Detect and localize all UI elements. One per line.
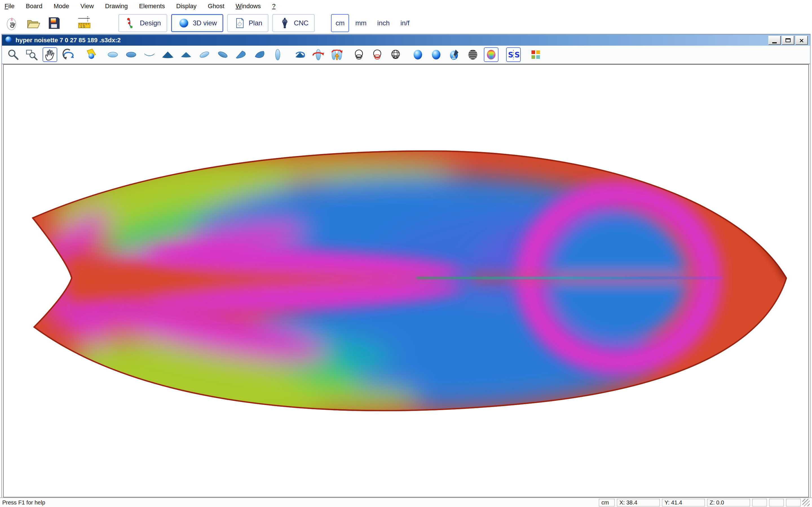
view-angled-top-button[interactable] <box>234 47 248 62</box>
plan-doc-icon <box>234 17 246 29</box>
status-cell-x: X: 38.4 <box>617 499 660 506</box>
symmetry-button[interactable]: SS <box>506 47 521 62</box>
view-perspective-bottom-icon <box>216 48 230 61</box>
unit-inch[interactable]: inch <box>373 14 394 32</box>
rotate-3d-button[interactable] <box>61 47 75 62</box>
menu-mode[interactable]: Mode <box>54 3 69 10</box>
rotate-3d-icon <box>61 48 75 61</box>
view-bottom-button[interactable] <box>124 47 139 62</box>
menu-ghost[interactable]: Ghost <box>208 3 224 10</box>
view-back-button[interactable] <box>179 47 193 62</box>
minimize-icon <box>772 42 777 43</box>
view-perspective-bottom-button[interactable] <box>215 47 230 62</box>
plan-mode-button[interactable]: Plan <box>227 14 268 32</box>
measure-button[interactable]: 1 0 <box>75 14 93 32</box>
status-cell-empty-5 <box>769 499 784 506</box>
new-board-icon <box>4 15 20 31</box>
menu-elements[interactable]: Elements <box>139 3 165 10</box>
menu-drawing[interactable]: Drawing <box>105 3 128 10</box>
view-rocker-button[interactable] <box>142 47 157 62</box>
wireframe-icon <box>352 48 366 61</box>
render-solid-icon <box>411 48 424 61</box>
open-folder-icon <box>25 15 41 31</box>
render-stripes-button[interactable] <box>465 47 480 62</box>
zoom-window-button[interactable] <box>24 47 39 62</box>
design-mode-button[interactable]: Design <box>118 14 167 32</box>
zoom-window-icon <box>25 48 38 61</box>
view-rocker-icon <box>143 48 156 61</box>
unit-mm[interactable]: mm <box>351 14 371 32</box>
render-canvas[interactable] <box>3 64 809 497</box>
render-smooth-button[interactable] <box>429 47 444 62</box>
status-cell-y: Y: 41.4 <box>662 499 705 506</box>
sphere-icon <box>4 35 13 44</box>
close-icon: × <box>799 37 804 44</box>
save-icon <box>46 15 62 31</box>
status-cell-z: Z: 0.0 <box>707 499 750 506</box>
flip-board-button[interactable] <box>329 47 344 62</box>
cnc-mode-button[interactable]: CNC <box>272 14 315 32</box>
symmetry-icon: SS <box>507 48 520 61</box>
save-button[interactable] <box>45 14 63 32</box>
render-curvature-icon <box>485 48 498 61</box>
board-3d-render <box>4 65 808 497</box>
menu-view[interactable]: View <box>80 3 94 10</box>
render-solid-button[interactable] <box>410 47 425 62</box>
zoom-icon <box>6 48 20 61</box>
view-toolbar: SS <box>2 46 810 64</box>
window-title-bar[interactable]: hyper noisette 7 0 27 85 189 .s3dx:2 × <box>2 34 810 46</box>
window-title: hyper noisette 7 0 27 85 189 .s3dx:2 <box>15 37 121 44</box>
status-bar: Press F1 for help cmX: 38.4Y: 41.4Z: 0.0 <box>0 497 812 507</box>
3d-view-mode-button[interactable]: 3D view <box>171 14 223 32</box>
mode-button-label: Plan <box>249 19 262 27</box>
wireframe-sections-button[interactable] <box>370 47 385 62</box>
view-angled-bottom-button[interactable] <box>252 47 267 62</box>
view-perspective-top-icon <box>198 48 211 61</box>
render-curvature-button[interactable] <box>484 47 499 62</box>
status-help-text: Press F1 for help <box>2 499 45 506</box>
close-button[interactable]: × <box>795 36 808 45</box>
measure-icon: 1 0 <box>76 15 93 31</box>
view-angled-top-icon <box>234 48 248 61</box>
view-top-button[interactable] <box>105 47 120 62</box>
auto-rotate-icon <box>293 48 307 61</box>
maximize-button[interactable] <box>782 36 794 45</box>
auto-rotate-button[interactable] <box>293 47 307 62</box>
menu-windows[interactable]: Windows <box>236 3 261 10</box>
view-outline-button[interactable] <box>270 47 285 62</box>
open-folder-button[interactable] <box>24 14 42 32</box>
mode-button-label: Design <box>140 19 161 27</box>
unit-cm[interactable]: cm <box>331 14 349 32</box>
view-angled-bottom-icon <box>253 48 266 61</box>
rotate-board-button[interactable] <box>311 47 326 62</box>
render-stripes-icon <box>466 48 479 61</box>
status-cell-empty-6 <box>786 499 801 506</box>
palette-icon <box>529 48 543 61</box>
flip-board-icon <box>330 48 343 61</box>
unit-in-f[interactable]: in/f <box>396 14 414 32</box>
view-top-icon <box>106 48 119 61</box>
view-front-button[interactable] <box>160 47 175 62</box>
zoom-button[interactable] <box>6 47 20 62</box>
resize-grip-icon[interactable] <box>802 499 810 506</box>
new-board-button[interactable] <box>3 14 21 32</box>
status-cell-empty-4 <box>752 499 767 506</box>
view-perspective-top-button[interactable] <box>197 47 212 62</box>
main-toolbar: 1 0 Design3D viewPlanCNC cmmminchin/f <box>0 12 812 34</box>
menu-help[interactable]: ? <box>272 3 275 10</box>
render-paint-button[interactable] <box>447 47 462 62</box>
menu-file[interactable]: File <box>4 3 14 10</box>
cnc-bit-icon <box>278 17 291 29</box>
wireframe-button[interactable] <box>352 47 366 62</box>
mesh-button[interactable] <box>388 47 403 62</box>
palette-button[interactable] <box>528 47 543 62</box>
menu-bar: FileBoardModeViewDrawingElementsDisplayG… <box>0 0 812 12</box>
menu-board[interactable]: Board <box>26 3 42 10</box>
unit-selector: cmmminchin/f <box>331 14 414 32</box>
minimize-button[interactable] <box>768 36 781 45</box>
light-icon <box>84 48 97 61</box>
wireframe-sections-icon <box>370 48 384 61</box>
light-button[interactable] <box>83 47 98 62</box>
pan-hand-button[interactable] <box>43 47 57 62</box>
menu-display[interactable]: Display <box>176 3 197 10</box>
